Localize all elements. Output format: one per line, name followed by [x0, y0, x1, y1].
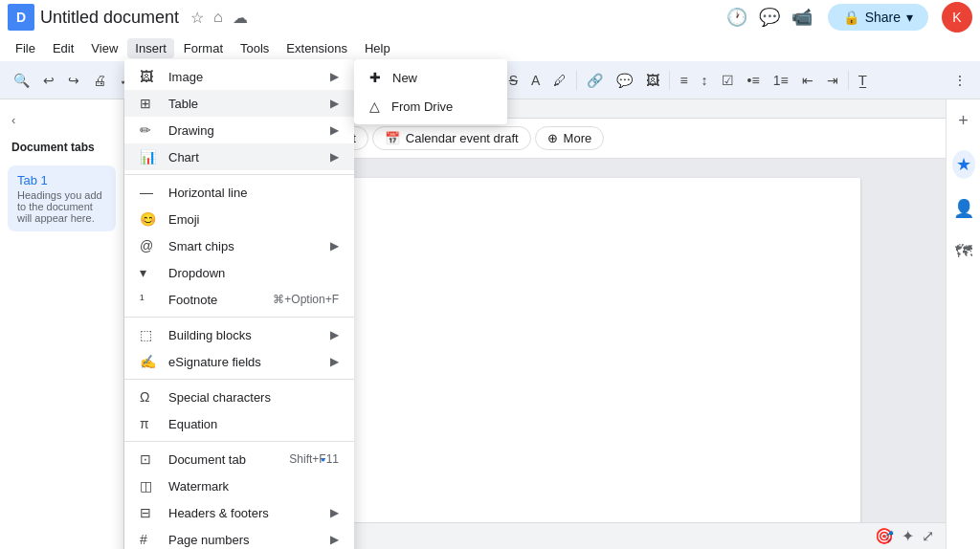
comment-btn[interactable]: 💬 — [611, 69, 638, 92]
share-button[interactable]: 🔒 Share ▾ — [828, 4, 928, 31]
chart-submenu-new[interactable]: ✚ New — [354, 63, 507, 92]
gemini-icon[interactable]: ✦ — [902, 527, 914, 545]
doc-title: Untitled document — [40, 8, 179, 28]
bullet-btn[interactable]: •≡ — [742, 69, 766, 92]
calendar-event-btn[interactable]: 📅 Calendar event draft — [372, 126, 531, 150]
menu-item-drawing[interactable]: ✏ Drawing ▶ — [124, 117, 354, 143]
menu-item-image[interactable]: 🖼 Image ▶ — [124, 63, 354, 90]
indent-dec-btn[interactable]: ⇤ — [796, 69, 819, 92]
star-icon[interactable]: ☆ — [189, 7, 206, 29]
right-panel-maps-btn[interactable]: 🗺 — [951, 238, 976, 266]
indent-inc-btn[interactable]: ⇥ — [821, 69, 844, 92]
menu-item-headers-footers[interactable]: ⊟ Headers & footers ▶ — [124, 499, 354, 526]
menu-extensions[interactable]: Extensions — [278, 38, 355, 58]
divider2 — [124, 317, 354, 318]
chart-submenu-from-drive[interactable]: △ From Drive — [354, 92, 507, 121]
menu-file[interactable]: File — [8, 38, 43, 58]
menu-item-watermark[interactable]: ◫ Watermark — [124, 472, 354, 499]
chart-menu-icon: 📊 — [140, 149, 157, 165]
menu-item-special-chars[interactable]: Ω Special characters — [124, 384, 354, 410]
menu-insert[interactable]: Insert — [127, 38, 174, 58]
history-icon[interactable]: ⌂ — [212, 7, 225, 28]
menu-item-table[interactable]: ⊞ Table ▶ — [124, 90, 354, 117]
table-menu-icon: ⊞ — [140, 96, 157, 111]
undo-btn[interactable]: ↩ — [37, 69, 60, 92]
search-toolbar-btn[interactable]: 🔍 — [8, 69, 35, 92]
emoji-menu-icon: 😊 — [140, 211, 157, 227]
menu-item-page-numbers[interactable]: # Page numbers ▶ — [124, 526, 354, 549]
menu-tools[interactable]: Tools — [233, 38, 277, 58]
right-panel-star-btn[interactable]: ★ — [952, 150, 975, 179]
menu-view[interactable]: View — [83, 38, 125, 58]
menu-item-esignature[interactable]: ✍ eSignature fields ▶ — [124, 348, 354, 375]
tab1-desc: Headings you add to the document will ap… — [17, 189, 106, 224]
menu-item-chart[interactable]: 📊 Chart ▶ — [124, 143, 354, 170]
highlight-btn[interactable]: 🖊 — [547, 69, 572, 92]
esignature-menu-label: eSignature fields — [168, 355, 330, 369]
chat-btn[interactable]: 💬 — [757, 5, 782, 30]
menu-item-footnote[interactable]: ¹ Footnote ⌘+Option+F — [124, 286, 354, 313]
table-menu-label: Table — [168, 97, 330, 111]
drawing-arrow: ▶ — [330, 123, 339, 137]
grammarly-icon[interactable]: 🎯 — [875, 527, 894, 545]
page-numbers-menu-label: Page numbers — [168, 533, 330, 547]
sidebar: ‹ Document tabs Tab 1 Headings you add t… — [0, 99, 124, 549]
footnote-shortcut: ⌘+Option+F — [273, 293, 339, 306]
sidebar-tab-1[interactable]: Tab 1 Headings you add to the document w… — [8, 165, 116, 231]
drive-icon: △ — [369, 99, 380, 114]
sidebar-back-btn[interactable]: ‹ — [0, 107, 123, 133]
menu-item-equation[interactable]: π Equation — [124, 410, 354, 437]
menu-format[interactable]: Format — [176, 38, 231, 58]
toolbar-expand-btn[interactable]: ⋮ — [947, 69, 972, 92]
bottom-icons: 🎯 ✦ ⤢ — [875, 527, 934, 545]
menu-help[interactable]: Help — [357, 38, 398, 58]
smart-chips-menu-icon: @ — [140, 238, 157, 253]
right-panel-add-btn[interactable]: + — [954, 107, 972, 135]
right-panel-user-btn[interactable]: 👤 — [949, 194, 978, 223]
divider1 — [124, 174, 354, 175]
from-drive-label: From Drive — [391, 99, 453, 114]
sep6 — [576, 71, 577, 90]
align-btn[interactable]: ≡ — [674, 69, 693, 92]
link-btn[interactable]: 🔗 — [581, 69, 609, 92]
hline-menu-label: Horizontal line — [168, 186, 339, 200]
image-menu-label: Image — [168, 70, 330, 84]
history-btn[interactable]: 🕐 — [724, 5, 749, 30]
doc-tab-menu-icon: ⊡ — [140, 451, 157, 467]
building-blocks-menu-label: Building blocks — [168, 328, 330, 342]
redo-btn[interactable]: ↪ — [62, 69, 85, 92]
sep7 — [669, 71, 670, 90]
headers-footers-menu-icon: ⊟ — [140, 505, 157, 520]
meet-btn[interactable]: 📹 — [790, 5, 814, 30]
menu-item-emoji[interactable]: 😊 Emoji — [124, 206, 354, 232]
menu-item-horizontal-line[interactable]: — Horizontal line — [124, 179, 354, 206]
linespace-btn[interactable]: ↕ — [696, 69, 714, 92]
divider4 — [124, 441, 354, 442]
menu-item-document-tab[interactable]: ⊡ Document tab Shift+F11 — [124, 446, 354, 472]
checklist-btn[interactable]: ☑ — [716, 69, 740, 92]
font-color-btn[interactable]: A — [525, 69, 546, 92]
image-btn[interactable]: 🖼 — [640, 69, 665, 92]
image-menu-icon: 🖼 — [140, 69, 157, 84]
page-numbers-arrow: ▶ — [330, 533, 339, 546]
drawing-menu-icon: ✏ — [140, 122, 157, 138]
print-btn[interactable]: 🖨 — [87, 69, 112, 92]
expand-icon[interactable]: ⤢ — [922, 527, 934, 545]
smart-chips-arrow: ▶ — [330, 239, 339, 253]
menu-item-building-blocks[interactable]: ⬚ Building blocks ▶ — [124, 321, 354, 348]
drawing-menu-label: Drawing — [168, 123, 330, 138]
right-panel: + ★ 👤 🗺 — [946, 99, 980, 549]
insert-menu: 🖼 Image ▶ ⊞ Table ▶ ✏ Drawing ▶ 📊 Chart … — [124, 59, 354, 549]
cloud-icon[interactable]: ☁ — [231, 7, 250, 29]
doc-tab-menu-label: Document tab — [168, 452, 281, 467]
chart-arrow: ▶ — [330, 150, 339, 164]
numbered-btn[interactable]: 1≡ — [768, 69, 794, 92]
more-templates-btn[interactable]: ⊕ More — [535, 126, 605, 150]
menu-item-dropdown[interactable]: ▾ Dropdown — [124, 259, 354, 286]
clear-btn[interactable]: T̲ — [853, 69, 873, 92]
menu-edit[interactable]: Edit — [45, 38, 81, 58]
image-arrow: ▶ — [330, 70, 339, 83]
new-icon: ✚ — [369, 70, 381, 85]
menu-item-smart-chips[interactable]: @ Smart chips ▶ — [124, 232, 354, 259]
dropdown-menu-label: Dropdown — [168, 266, 339, 280]
